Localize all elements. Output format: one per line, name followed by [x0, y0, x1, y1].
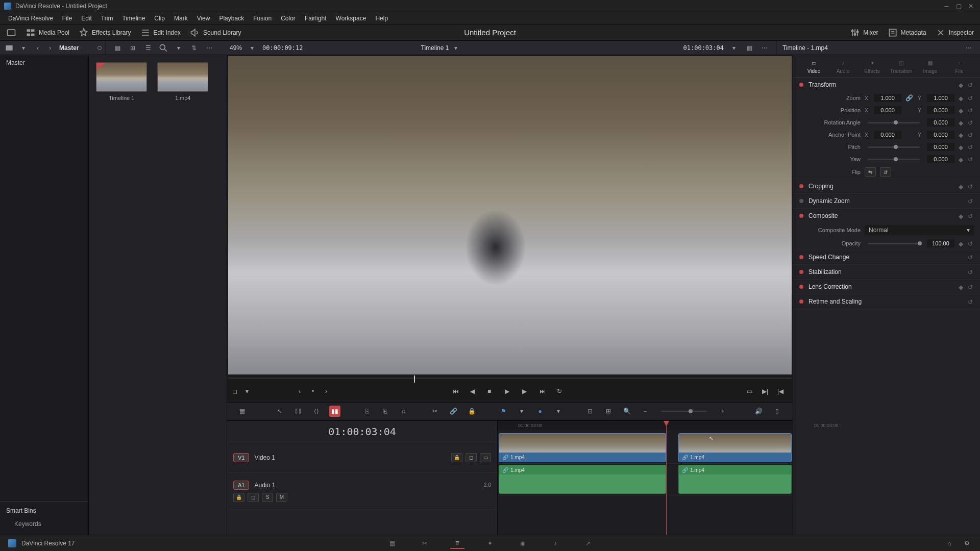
flip-h-icon[interactable]: ⇋: [865, 167, 876, 177]
blade-tool-icon[interactable]: ▮▮: [329, 406, 340, 417]
chevron-down-icon[interactable]: ▾: [451, 43, 461, 53]
speed-header[interactable]: Speed Change ↺: [793, 250, 980, 264]
menu-workspace[interactable]: Workspace: [332, 14, 371, 23]
sound-library-toggle[interactable]: Sound Library: [190, 28, 241, 38]
tab-audio[interactable]: ♪Audio: [830, 58, 856, 74]
dynamic-zoom-header[interactable]: Dynamic Zoom ↺: [793, 194, 980, 208]
zoom-x-field[interactable]: 1.000: [874, 94, 901, 102]
media-pool-toggle[interactable]: Media Pool: [26, 28, 69, 38]
reset-icon[interactable]: ↺: [968, 119, 974, 126]
menu-clip[interactable]: Clip: [150, 14, 169, 23]
lock-track-icon[interactable]: 🔒: [233, 493, 244, 502]
sort-icon[interactable]: ⇅: [189, 43, 199, 53]
edit-index-toggle[interactable]: Edit Index: [140, 28, 181, 38]
prev-marker-icon[interactable]: ‹: [299, 388, 309, 398]
keyframe-diamond-icon[interactable]: ◆: [959, 107, 965, 113]
zoom-minus-icon[interactable]: −: [640, 406, 651, 417]
keyframe-diamond-icon[interactable]: ◆: [959, 132, 965, 138]
dynamic-trim-icon[interactable]: ⟨⟩: [311, 406, 322, 417]
menu-color[interactable]: Color: [277, 14, 300, 23]
link-icon[interactable]: 🔗: [448, 406, 459, 417]
trim-tool-icon[interactable]: ⟦⟧: [292, 406, 304, 417]
reset-icon[interactable]: ↺: [968, 240, 974, 246]
timeline-playhead[interactable]: [666, 421, 667, 535]
menu-edit[interactable]: Edit: [77, 14, 96, 23]
timeline-ruler[interactable]: 01:00:02:00 01:00:04:00: [498, 421, 793, 432]
reset-icon[interactable]: ↺: [968, 144, 974, 150]
blade-single-icon[interactable]: ✂: [429, 406, 440, 417]
rotation-field[interactable]: 0.000: [927, 118, 954, 127]
menu-fusion[interactable]: Fusion: [249, 14, 276, 23]
metadata-toggle[interactable]: Metadata: [888, 28, 926, 38]
yaw-field[interactable]: 0.000: [927, 155, 954, 163]
menu-mark[interactable]: Mark: [170, 14, 192, 23]
audio-track-header[interactable]: A1 Audio 1 2.0 🔒 ◻ S M: [227, 473, 497, 510]
master-bin[interactable]: Master: [0, 55, 88, 70]
bin-view-icon[interactable]: [4, 43, 14, 53]
page-deliver[interactable]: ↗: [581, 538, 595, 549]
reset-icon[interactable]: ↺: [968, 254, 974, 260]
insert-icon[interactable]: ⎘: [361, 406, 372, 417]
keywords-item[interactable]: Keywords: [6, 518, 82, 530]
nav-back-icon[interactable]: ‹: [33, 43, 43, 53]
chevron-down-icon[interactable]: ▾: [174, 43, 184, 53]
keyframe-diamond-icon[interactable]: ◆: [959, 240, 965, 246]
home-icon[interactable]: ⌂: [944, 538, 954, 548]
tab-video[interactable]: ▭Video: [801, 58, 827, 74]
enable-dot-icon[interactable]: [799, 184, 803, 188]
cropping-header[interactable]: Cropping ◆↺: [793, 179, 980, 193]
more-icon[interactable]: ⋯: [964, 43, 974, 53]
reset-icon[interactable]: ↺: [968, 213, 974, 219]
chevron-down-icon[interactable]: ▾: [246, 388, 256, 398]
page-fusion[interactable]: ✦: [483, 538, 497, 549]
keyframe-diamond-icon[interactable]: ◆: [959, 119, 965, 126]
reset-icon[interactable]: ↺: [968, 198, 974, 204]
keyframe-diamond-icon[interactable]: ◆: [959, 144, 965, 150]
reset-icon[interactable]: ↺: [968, 95, 974, 101]
opacity-field[interactable]: 100.00: [927, 239, 954, 247]
active-timeline-name[interactable]: Timeline 1: [421, 44, 449, 52]
keyframe-diamond-icon[interactable]: ◆: [959, 156, 965, 162]
match-frame-icon[interactable]: ▭: [747, 388, 757, 398]
enable-dot-icon[interactable]: [799, 83, 803, 87]
video-track-row[interactable]: 🔗1.mp4 🔗1.mp4: [498, 432, 793, 464]
search-icon[interactable]: [158, 43, 168, 53]
scrub-playhead[interactable]: [414, 375, 415, 383]
mixer-toggle[interactable]: Mixer: [850, 28, 878, 38]
reset-icon[interactable]: ↺: [968, 284, 974, 290]
audio-track-row[interactable]: 🔗1.mp4 🔗1.mp4: [498, 464, 793, 495]
reset-icon[interactable]: ↺: [968, 298, 974, 305]
mute-track-icon[interactable]: M: [276, 493, 287, 502]
video-track-header[interactable]: V1 Video 1 🔒 ◻ ▭: [227, 442, 497, 473]
reset-icon[interactable]: ↺: [968, 107, 974, 113]
stop-icon[interactable]: ■: [487, 388, 498, 398]
chevron-down-icon[interactable]: ▾: [516, 406, 527, 417]
composite-mode-dropdown[interactable]: Normal ▾: [865, 225, 974, 235]
replace-icon[interactable]: ⎌: [398, 406, 409, 417]
tab-transition[interactable]: ◫Transition: [889, 58, 914, 74]
tab-image[interactable]: ▩Image: [918, 58, 943, 74]
thumb-view-icon[interactable]: ▦: [112, 43, 122, 53]
link-icon[interactable]: 🔗: [905, 94, 914, 102]
menu-help[interactable]: Help: [371, 14, 392, 23]
pos-x-field[interactable]: 0.000: [874, 106, 901, 114]
reset-icon[interactable]: ↺: [968, 269, 974, 275]
page-media[interactable]: ▦: [385, 538, 399, 549]
enable-dot-icon[interactable]: [799, 214, 803, 218]
tab-effects[interactable]: ✦Effects: [860, 58, 885, 74]
play-icon[interactable]: ▶: [505, 388, 515, 398]
stabilization-header[interactable]: Stabilization ↺: [793, 265, 980, 279]
auto-select-icon[interactable]: ◻: [465, 453, 477, 462]
effects-library-toggle[interactable]: Effects Library: [79, 28, 131, 38]
menu-davinci[interactable]: DaVinci Resolve: [4, 14, 57, 23]
step-forward-icon[interactable]: ▶: [522, 388, 532, 398]
grid-view-icon[interactable]: ⊞: [128, 43, 138, 53]
enable-dot-icon[interactable]: [799, 285, 803, 289]
menu-playback[interactable]: Playback: [215, 14, 248, 23]
keyframe-diamond-icon[interactable]: ◆: [959, 95, 965, 101]
audio-clip[interactable]: 🔗1.mp4: [678, 465, 792, 494]
flag-icon[interactable]: ⚑: [498, 406, 509, 417]
more-icon[interactable]: ⋯: [760, 43, 770, 53]
video-clip[interactable]: 🔗1.mp4: [499, 433, 666, 462]
lock-track-icon[interactable]: 🔒: [451, 453, 462, 462]
